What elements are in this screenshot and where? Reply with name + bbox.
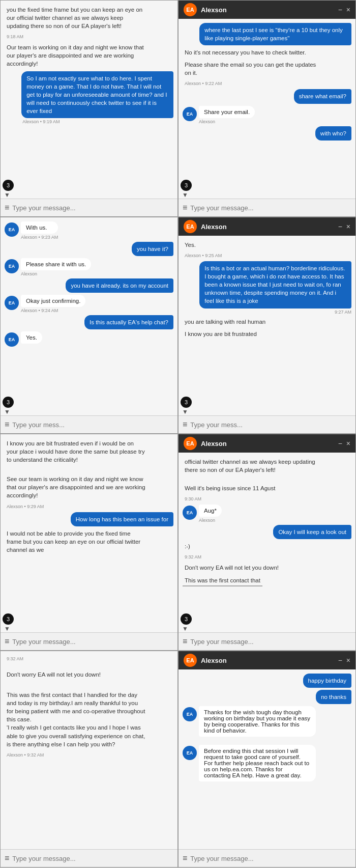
chat-input-1[interactable] [12,204,173,212]
chat-body-6[interactable]: official twitter channel as we always ke… [179,453,355,632]
msg-3-3: Is this actually EA's help chat? [84,315,173,329]
chat-input-8[interactable] [190,855,351,862]
chat-footer-6: ≡ [179,632,355,650]
chat-body-5[interactable]: I know you are bit frustrated even if i … [1,434,177,632]
chat-body-8[interactable]: happy birthday no thanks EA Thanks for t… [179,669,355,849]
menu-icon[interactable]: ≡ [5,420,9,429]
header-title-4: Alexson [201,223,338,231]
chat-body-4[interactable]: Yes. Alexson • 9:25 AM Is this a bot or … [179,236,355,415]
chevron-down-icon[interactable]: ▼ [182,625,188,632]
msg-4-ts1: Alexson • 9:25 AM [183,252,224,259]
incoming-row: EA Thanks for the wish tough day though … [183,706,316,737]
sender: Alexson • 9:19 AM [21,119,173,124]
chevron-down-icon[interactable]: ▼ [182,191,188,199]
header-controls-4: − × [338,222,350,231]
msg-2-4: share what email? [294,89,351,103]
minimize-button[interactable]: − [338,222,342,231]
bubble: Share your email. [199,106,255,118]
chat-body-7[interactable]: 9:32 AM Don't worry EA will not let you … [1,651,177,849]
msg-5-3: How long has this been an issue for [71,512,173,526]
chat-input-3[interactable] [12,421,173,429]
avatar: EA [183,707,197,721]
minimize-button[interactable]: − [338,656,342,664]
chat-footer-5: ≡ [1,632,177,650]
chat-header-2: EA Alexson − × [179,1,355,19]
msg-5-2: See our team is working on it day and ni… [5,474,148,500]
msg-6-5: Don't worry EA will not let you down! [183,563,281,573]
menu-icon[interactable]: ≡ [183,420,187,429]
bubble: happy birthday [303,674,351,688]
chat-footer-3: ≡ [1,415,177,433]
msg-4-3: you are talking with real human [183,317,268,327]
chat-input-2[interactable] [190,204,351,212]
chat-footer-7: ≡ [1,849,177,867]
chat-input-6[interactable] [190,638,351,646]
sender: Alexson • 9:23 AM [21,235,58,240]
sender: Alexson [21,271,91,276]
chat-window-5: I know you are bit frustrated even if i … [0,434,178,651]
chevron-down-icon[interactable]: ▼ [4,191,10,199]
close-button[interactable]: × [346,439,350,447]
spacer [5,467,173,472]
bubble: How long has this been an issue for [71,512,173,526]
msg-6-ts2: 9:32 AM [183,553,203,561]
spacer [183,477,351,481]
close-button[interactable]: × [346,222,350,231]
menu-icon[interactable]: ≡ [183,203,187,212]
badge-3: 3 [181,397,192,408]
chevron-down-icon[interactable]: ▼ [4,625,10,632]
bubble: with who? [315,126,351,141]
msg-6-6: This was the first contact that [183,575,262,586]
msg-6-ts1: 9:30 AM [183,495,203,502]
chat-header-6: EA Alexson − × [179,434,355,453]
chat-body-3[interactable]: EA With us. Alexson • 9:23 AM you have i… [1,217,177,415]
chevron-down-icon[interactable]: ▼ [4,408,10,415]
msg-3-1: you have it? [132,242,173,256]
menu-icon[interactable]: ≡ [5,854,9,863]
menu-icon[interactable]: ≡ [5,203,9,212]
chat-body-1[interactable]: you the fixed time frame but you can kee… [1,1,177,199]
chat-input-7[interactable] [12,855,173,862]
badge-3: 3 [3,613,14,625]
close-button[interactable]: × [346,656,350,664]
menu-icon[interactable]: ≡ [5,637,9,646]
bubble: Please share it with us. [21,258,91,270]
menu-icon[interactable]: ≡ [183,854,187,863]
msg-1-2: Our team is working on it day and night … [5,42,148,69]
incoming-content: Please share it with us. Alexson [21,258,91,276]
chevron-down-icon[interactable]: ▼ [182,408,188,415]
incoming-content: Okay just confirming. Alexson • 9:24 AM [21,295,85,313]
msg-2-5: with who? [315,126,351,141]
avatar: EA [5,332,19,347]
close-button[interactable]: × [346,6,350,14]
spacer [5,664,173,667]
incoming-row: EA With us. Alexson • 9:23 AM [5,221,58,240]
chat-window-1: you the fixed time frame but you can kee… [0,0,178,217]
chat-body-2[interactable]: where the last post I see is "they're a … [179,19,355,199]
minimize-button[interactable]: − [338,439,342,447]
header-title-2: Alexson [201,6,338,14]
msg-5-1: I know you are bit frustrated even if i … [5,438,148,465]
chat-header-4: EA Alexson − × [179,217,355,236]
msg-6-1: official twitter channel as we always ke… [183,457,326,475]
spacer [5,682,173,688]
incoming-row: EA Aug* Alexson [183,505,222,523]
chat-input-5[interactable] [12,638,173,646]
chat-input-4[interactable] [190,421,351,429]
sender: Alexson [199,518,222,523]
bubble: you have it already. its on my account [66,278,173,293]
msg-7-2: This was the first contact that I handle… [5,690,148,749]
msg-1-3: So I am not exactly sure what to do here… [21,71,173,124]
msg-4-1: Yes. [183,240,198,250]
chat-footer-8: ≡ [179,849,355,867]
avatar: EA [5,259,19,273]
badge-3: 3 [181,613,192,625]
incoming-row-2: EA Before ending this chat session I wil… [183,745,316,781]
menu-icon[interactable]: ≡ [183,637,187,646]
sender: Alexson • 9:24 AM [21,308,85,313]
msg-5-ts: Alexson • 9:29 AM [5,503,46,510]
avatar: EA [183,107,197,121]
minimize-button[interactable]: − [338,6,342,14]
bubble: Is this a bot or an actual human? border… [199,261,351,308]
bubble: share what email? [294,89,351,103]
